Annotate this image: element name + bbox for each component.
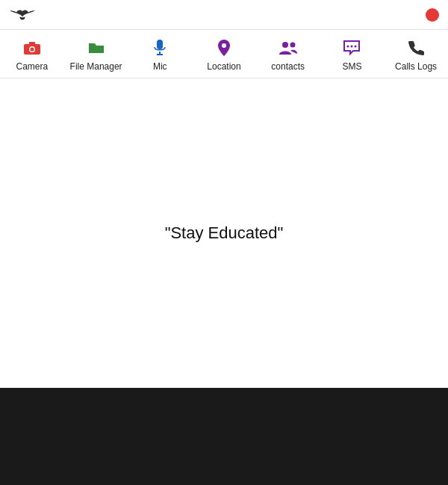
svg-point-11 bbox=[351, 46, 353, 48]
calls-icon bbox=[404, 36, 428, 60]
nav-item-camera[interactable]: Camera bbox=[6, 36, 58, 72]
app-container: Camera File Manager Mic bbox=[0, 0, 448, 485]
bottom-panel bbox=[0, 388, 448, 485]
svg-rect-4 bbox=[157, 40, 163, 49]
main-content: "Stay Educated" bbox=[0, 78, 448, 388]
mic-icon bbox=[148, 36, 172, 60]
contacts-label: contacts bbox=[271, 61, 305, 72]
svg-point-12 bbox=[355, 46, 357, 48]
bat-logo-icon bbox=[9, 6, 36, 24]
nav-toolbar: Camera File Manager Mic bbox=[0, 30, 448, 78]
svg-point-8 bbox=[282, 42, 288, 48]
sms-label: SMS bbox=[342, 61, 361, 72]
location-label: Location bbox=[207, 61, 240, 72]
mic-label: Mic bbox=[153, 61, 167, 72]
callslogs-label: Calls Logs bbox=[395, 61, 437, 72]
top-bar bbox=[0, 0, 448, 30]
nav-item-sms[interactable]: SMS bbox=[326, 36, 378, 72]
status-dot-icon bbox=[426, 8, 439, 22]
camera-icon bbox=[20, 36, 44, 60]
nav-item-contacts[interactable]: contacts bbox=[262, 36, 314, 72]
file-manager-icon bbox=[84, 36, 108, 60]
logo bbox=[9, 6, 36, 24]
location-icon bbox=[212, 36, 236, 60]
svg-rect-3 bbox=[29, 42, 35, 45]
nav-item-mic[interactable]: Mic bbox=[134, 36, 186, 72]
quote-text: "Stay Educated" bbox=[165, 223, 284, 243]
svg-point-2 bbox=[30, 48, 34, 52]
contacts-icon bbox=[276, 36, 300, 60]
nav-item-filemanager[interactable]: File Manager bbox=[70, 36, 122, 72]
svg-point-10 bbox=[347, 46, 349, 48]
camera-label: Camera bbox=[16, 61, 49, 72]
sms-icon bbox=[340, 36, 364, 60]
svg-point-9 bbox=[290, 43, 295, 48]
nav-item-location[interactable]: Location bbox=[198, 36, 250, 72]
nav-item-callslogs[interactable]: Calls Logs bbox=[390, 36, 442, 72]
filemanager-label: File Manager bbox=[70, 61, 122, 72]
svg-point-7 bbox=[222, 43, 226, 48]
